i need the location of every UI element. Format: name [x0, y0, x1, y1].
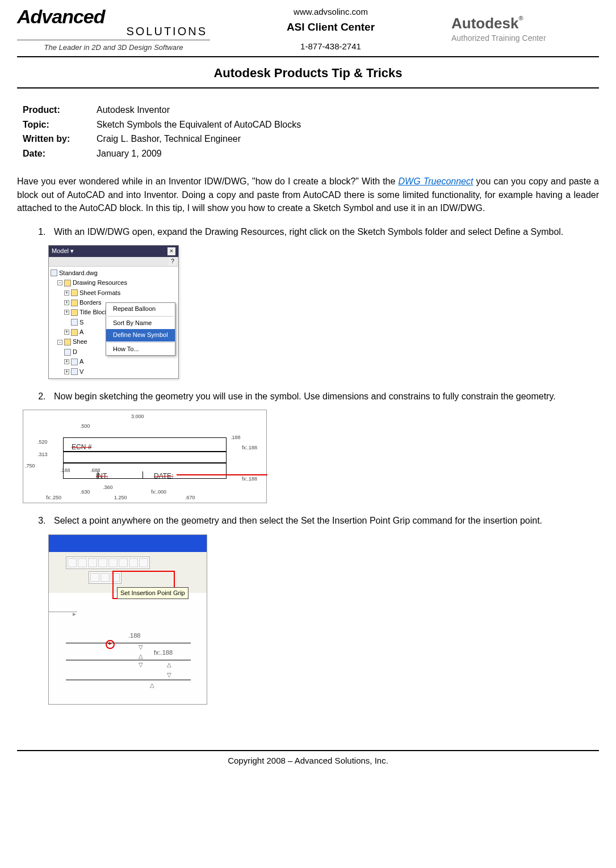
plus-icon[interactable]: + — [64, 310, 69, 315]
sketch-line — [66, 660, 191, 660]
writtenby-label: Written by: — [23, 132, 97, 146]
close-icon[interactable]: × — [167, 247, 175, 255]
toolbar-btn[interactable] — [90, 573, 99, 582]
writtenby-value: Craig L. Bashor, Technical Engineer — [97, 132, 599, 146]
plus-icon[interactable]: + — [64, 359, 69, 364]
intro-paragraph: Have you ever wondered while in an Inven… — [17, 175, 599, 214]
arrow-head-icon: ▸ — [73, 609, 76, 619]
dim-500: .500 — [80, 423, 90, 430]
item-icon — [71, 368, 78, 375]
tooltip-set-insertion-point: Set Insertion Point Grip — [117, 587, 188, 599]
registered-mark: ® — [518, 15, 523, 22]
dim-670: .670 — [185, 494, 195, 502]
context-menu: Repeat Balloon Sort By Name Define New S… — [106, 302, 175, 356]
page-footer: Copyright 2008 – Advanced Solutions, Inc… — [17, 750, 599, 765]
plus-icon[interactable]: + — [64, 369, 69, 374]
dim-fx188b: fx:.188 — [242, 475, 257, 483]
autodesk-name: Autodesk® — [451, 15, 523, 32]
topic-value: Sketch Symbols the Equivalent of AutoCAD… — [97, 117, 599, 132]
plus-icon[interactable]: + — [64, 290, 69, 296]
logo-advanced-solutions: Advanced SOLUTIONS The Leader in 2D and … — [17, 6, 210, 52]
sketch-line — [66, 680, 191, 680]
toolbar-btn[interactable] — [129, 558, 138, 567]
arrow-icon: ▽ — [139, 643, 143, 651]
folder-icon — [71, 300, 78, 306]
dwg-icon — [51, 269, 57, 276]
autodesk-atc-subtitle: Authorized Training Center — [451, 33, 599, 43]
ctx-sort-by-name[interactable]: Sort By Name — [106, 317, 175, 329]
topic-label: Topic: — [23, 117, 97, 132]
dim-3000: 3.000 — [131, 413, 144, 420]
plus-icon[interactable]: + — [64, 300, 69, 305]
client-center-title: ASI Client Center — [210, 21, 451, 33]
arrow-icon: △ — [139, 652, 143, 660]
folder-icon — [71, 329, 78, 336]
logo-autodesk: Autodesk® Authorized Training Center — [451, 15, 599, 43]
step-3: Select a point anywhere on the geometry … — [48, 515, 599, 704]
fig3-sketch-area: ▸ .188 fx:.188 ▽ △ ▽ △ ▽ △ — [49, 600, 207, 704]
dim-188a: .188 — [231, 434, 241, 441]
insertion-point-grip-icon[interactable] — [106, 640, 115, 649]
dim-360: .360 — [103, 484, 113, 491]
toolbar-main — [66, 557, 150, 569]
dim-750: .750 — [25, 462, 35, 470]
figure-insertion-point: Set Insertion Point Grip ▸ .188 fx:.188 … — [48, 534, 207, 705]
figure-sketch-geometry: 3.000 .500 .188 fx:.188 .750 .313 .520 .… — [23, 410, 267, 503]
toolbar-btn[interactable] — [108, 558, 118, 567]
toolbar-btn[interactable] — [100, 573, 110, 582]
arrow-icon: △ — [167, 661, 171, 669]
dim-fx000: fx:.000 — [151, 488, 166, 496]
toolbar-btn[interactable] — [78, 558, 87, 567]
step-2: Now begin sketching the geometry you wil… — [48, 390, 599, 503]
plus-icon[interactable]: + — [64, 330, 69, 335]
dim-520: .520 — [37, 439, 48, 446]
dim-fx250: fx:.250 — [46, 494, 61, 502]
dim-188: .188 — [128, 631, 140, 640]
company-phone: 1-877-438-2741 — [210, 41, 451, 51]
sketch-rect-2 — [63, 452, 227, 463]
item-icon — [64, 349, 71, 356]
fig1-toolbar: ? — [49, 257, 178, 267]
tree-root[interactable]: Standard.dwg — [51, 268, 177, 278]
ctx-how-to[interactable]: How To... — [106, 343, 175, 355]
folder-icon — [71, 289, 78, 296]
tree-v[interactable]: +V — [51, 367, 177, 377]
toolbar-btn[interactable] — [98, 558, 107, 567]
arrow-icon: ▽ — [167, 671, 171, 679]
dim-1250: 1.250 — [114, 494, 127, 502]
tree-drawing-resources[interactable]: -Drawing Resources — [51, 278, 177, 288]
figure-model-browser: Model ▾ × ? Standard.dwg -Drawing Resour… — [48, 245, 179, 379]
toolbar-btn[interactable] — [119, 558, 128, 567]
brand-tagline: The Leader in 2D and 3D Design Software — [17, 43, 210, 52]
fig1-titlebar: Model ▾ × — [49, 246, 178, 256]
item-icon — [71, 319, 78, 326]
sketch-line — [66, 643, 191, 643]
help-icon[interactable]: ? — [169, 258, 177, 266]
toolbar-btn[interactable] — [88, 558, 97, 567]
tree-a2[interactable]: +A — [51, 357, 177, 366]
ctx-define-new-symbol[interactable]: Define New Symbol — [106, 329, 175, 341]
folder-icon — [64, 280, 71, 286]
minus-icon[interactable]: - — [57, 280, 62, 285]
dim-fx188a: fx:.188 — [242, 444, 257, 452]
company-url: www.advsolinc.com — [210, 7, 451, 16]
toolbar-btn[interactable] — [68, 558, 77, 567]
folder-icon — [71, 309, 78, 316]
red-line-icon — [177, 474, 267, 475]
item-icon — [71, 359, 78, 365]
tree-sheet-formats[interactable]: +Sheet Formats — [51, 288, 177, 298]
ctx-repeat-balloon[interactable]: Repeat Balloon — [106, 303, 175, 315]
date-value: January 1, 2009 — [97, 146, 599, 161]
steps-list: With an IDW/DWG open, expand the Drawing… — [48, 226, 599, 705]
sketch-div-2 — [143, 471, 143, 479]
dim-313: .313 — [37, 451, 48, 458]
sketch-div-1 — [76, 471, 98, 479]
sketch-text-ecn: ECN # — [72, 443, 91, 452]
fig1-title[interactable]: Model ▾ — [52, 247, 74, 255]
dwg-trueconnect-link[interactable]: DWG Trueconnect — [399, 176, 473, 186]
folder-icon — [64, 339, 71, 345]
minus-icon[interactable]: - — [57, 340, 62, 345]
dim-fx188: fx:.188 — [154, 648, 173, 657]
toolbar-btn[interactable] — [139, 558, 148, 567]
sketch-text-int: INT. — [96, 471, 108, 481]
